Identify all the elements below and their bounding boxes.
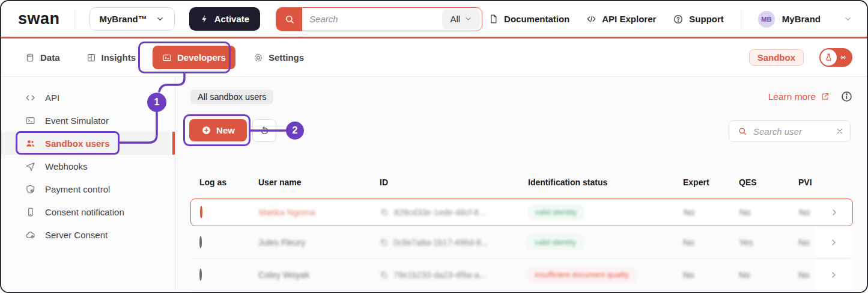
brand-selector-label: MyBrand™ bbox=[100, 14, 147, 24]
expert-value: No bbox=[674, 238, 730, 247]
user-name: Jules Fleury bbox=[249, 238, 371, 247]
user-id: 828cd33e-1ede-48cf-8... bbox=[371, 208, 520, 217]
shield-check-icon bbox=[25, 184, 35, 194]
support-link[interactable]: Support bbox=[673, 14, 724, 25]
flask-icon bbox=[821, 49, 837, 66]
documentation-label: Documentation bbox=[504, 14, 569, 24]
environment-controls: Sandbox bbox=[749, 48, 852, 67]
account-name: MyBrand bbox=[782, 14, 821, 24]
pvi-value: No bbox=[789, 238, 814, 247]
tab-data[interactable]: Data bbox=[25, 52, 60, 63]
copy-icon[interactable] bbox=[380, 208, 389, 217]
avatar: MB bbox=[758, 11, 775, 28]
table-row[interactable]: Jules Fleury 0c8e7a8a-1b17-496d-8... val… bbox=[190, 226, 853, 259]
col-id: ID bbox=[371, 177, 519, 187]
search-scope-select[interactable]: All bbox=[442, 10, 480, 29]
sidebar-item-sandbox-users[interactable]: Sandbox users bbox=[1, 132, 175, 155]
log-as-radio[interactable] bbox=[200, 206, 202, 218]
user-name: Coley Woyak bbox=[249, 270, 371, 280]
log-as-radio[interactable] bbox=[199, 236, 202, 248]
divider bbox=[741, 9, 741, 29]
api-explorer-link[interactable]: API Explorer bbox=[586, 14, 656, 24]
table-row[interactable]: Matika Ngoma 828cd33e-1ede-48cf-8... val… bbox=[190, 199, 853, 226]
sidebar-item-label: Sandbox users bbox=[45, 138, 110, 149]
grid-icon bbox=[86, 53, 96, 63]
global-search-input[interactable] bbox=[302, 8, 440, 31]
sidebar-item-server-consent[interactable]: Server Consent bbox=[1, 223, 175, 246]
chevron-down-icon bbox=[843, 14, 852, 23]
refresh-button[interactable] bbox=[252, 119, 276, 142]
lightning-icon bbox=[200, 14, 209, 23]
copy-icon[interactable] bbox=[380, 238, 388, 247]
user-search bbox=[729, 120, 851, 142]
sandbox-users-table: Log as User name ID Identification statu… bbox=[190, 173, 853, 291]
status-badge: insufficient document quality bbox=[528, 268, 636, 282]
code-icon bbox=[586, 14, 596, 24]
console-icon bbox=[162, 53, 172, 63]
tab-settings[interactable]: Settings bbox=[253, 52, 304, 63]
tab-developers-label: Developers bbox=[177, 52, 226, 63]
phone-icon bbox=[25, 207, 35, 217]
search-scope-value: All bbox=[450, 14, 460, 24]
console-icon bbox=[25, 116, 35, 126]
sidebar-item-label: API bbox=[45, 93, 59, 103]
brand-selector[interactable]: MyBrand™ bbox=[90, 7, 175, 31]
sidebar-item-label: Payment control bbox=[45, 184, 110, 194]
main-nav: Data Insights Developers Settings Sandbo… bbox=[1, 39, 867, 77]
qes-value: Yes bbox=[730, 238, 789, 247]
col-pvi: PVI bbox=[789, 177, 814, 187]
log-as-radio[interactable] bbox=[199, 268, 202, 281]
sidebar-item-payment-control[interactable]: Payment control bbox=[1, 177, 175, 200]
copy-icon[interactable] bbox=[380, 271, 388, 279]
user-id: 0c8e7a8a-1b17-496d-8... bbox=[371, 238, 519, 247]
developers-sidebar: API Event Simulator Sandbox users Webhoo… bbox=[1, 77, 175, 292]
table-header: Log as User name ID Identification statu… bbox=[190, 173, 853, 191]
row-open-button[interactable] bbox=[814, 227, 853, 257]
new-user-button[interactable]: New bbox=[189, 119, 247, 141]
refresh-icon bbox=[259, 126, 270, 136]
support-label: Support bbox=[689, 14, 724, 24]
tab-developers[interactable]: Developers bbox=[153, 46, 235, 69]
status-badge: valid identity bbox=[529, 205, 583, 220]
sandbox-badge: Sandbox bbox=[749, 49, 804, 66]
help-links: Learn more bbox=[768, 90, 853, 103]
col-identification-status: Identification status bbox=[519, 177, 674, 187]
learn-more-label: Learn more bbox=[768, 91, 816, 102]
search-icon bbox=[738, 126, 747, 136]
api-explorer-label: API Explorer bbox=[602, 14, 656, 24]
tab-insights[interactable]: Insights bbox=[86, 52, 136, 63]
users-icon bbox=[25, 138, 35, 149]
activate-button[interactable]: Activate bbox=[189, 7, 260, 31]
documentation-link[interactable]: Documentation bbox=[488, 14, 569, 24]
col-log-as: Log as bbox=[190, 177, 249, 187]
learn-more-link[interactable]: Learn more bbox=[768, 91, 830, 102]
chevron-down-icon bbox=[464, 15, 472, 23]
sidebar-item-event-simulator[interactable]: Event Simulator bbox=[1, 109, 175, 132]
send-icon bbox=[25, 161, 35, 171]
sidebar-item-api[interactable]: API bbox=[1, 86, 175, 109]
account-menu[interactable]: MB MyBrand bbox=[758, 11, 852, 28]
user-id: 79e1b233-da23-4f8a-a... bbox=[371, 270, 519, 280]
table-row[interactable]: Coley Woyak 79e1b233-da23-4f8a-a... insu… bbox=[190, 259, 853, 291]
qes-value: No bbox=[730, 208, 790, 217]
live-signal-icon bbox=[839, 53, 848, 62]
status-badge: valid identity bbox=[528, 235, 583, 250]
sidebar-item-consent-notification[interactable]: Consent notification bbox=[1, 200, 175, 223]
new-user-label: New bbox=[216, 125, 235, 135]
info-icon[interactable] bbox=[840, 90, 853, 103]
row-open-button[interactable] bbox=[815, 199, 854, 226]
divider bbox=[74, 9, 75, 29]
database-icon bbox=[25, 53, 35, 63]
row-open-button[interactable] bbox=[814, 260, 853, 289]
clear-search-icon[interactable] bbox=[836, 127, 844, 135]
sidebar-item-webhooks[interactable]: Webhooks bbox=[1, 155, 175, 177]
user-search-input[interactable] bbox=[753, 126, 830, 137]
environment-toggle[interactable] bbox=[819, 48, 852, 67]
search-icon bbox=[276, 8, 302, 31]
sidebar-item-label: Consent notification bbox=[45, 207, 124, 217]
page-body: API Event Simulator Sandbox users Webhoo… bbox=[1, 77, 867, 292]
gear-icon bbox=[253, 53, 263, 63]
global-search: All bbox=[276, 7, 482, 31]
tab-data-label: Data bbox=[40, 52, 60, 63]
cloud-icon bbox=[25, 230, 35, 240]
